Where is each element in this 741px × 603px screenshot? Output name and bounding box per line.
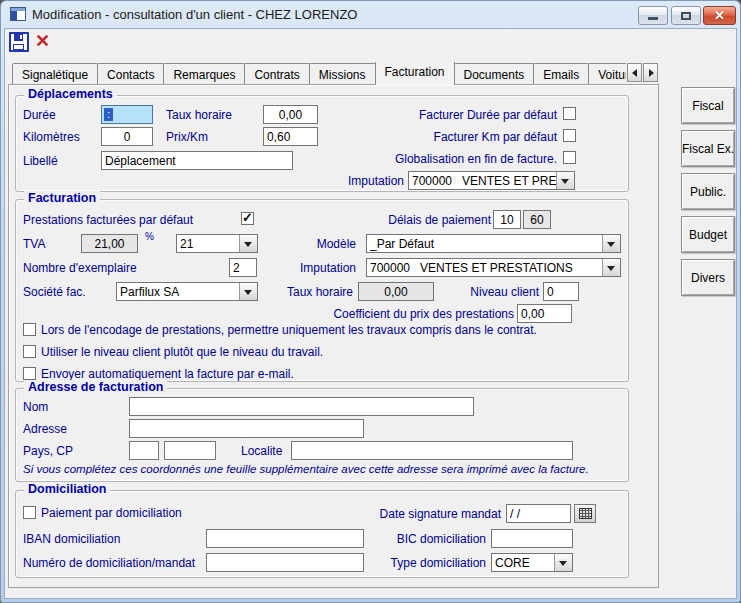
cancel-button[interactable]: ✕ xyxy=(35,30,50,52)
nombre-exemplaire-label: Nombre d'exemplaire xyxy=(23,261,137,275)
prestations-defaut-checkbox[interactable] xyxy=(241,212,254,225)
encodage-contrat-label: Lors de l'encodage de prestations, perme… xyxy=(41,323,537,337)
dropdown-arrow-icon[interactable] xyxy=(602,259,620,276)
taux-horaire-label: Taux horaire xyxy=(166,108,232,122)
localite-label: Localite xyxy=(241,444,282,458)
kilometres-field[interactable] xyxy=(101,127,153,146)
duree-field[interactable]: : xyxy=(101,105,153,124)
societe-label: Société fac. xyxy=(23,285,86,299)
imputation-label: Imputation xyxy=(256,174,404,188)
facturer-duree-checkbox[interactable] xyxy=(563,107,576,120)
facturer-km-checkbox[interactable] xyxy=(563,129,576,142)
tab-contacts[interactable]: Contacts xyxy=(97,63,164,85)
coefficient-field[interactable] xyxy=(517,304,572,323)
bic-label: BIC domiciliation xyxy=(356,532,486,546)
kilometres-label: Kilomètres xyxy=(23,130,80,144)
group-title: Déplacements xyxy=(24,87,117,101)
delais-2-field xyxy=(523,210,551,229)
maximize-button[interactable] xyxy=(671,6,701,25)
paiement-domiciliation-checkbox[interactable] xyxy=(23,506,36,519)
envoi-email-checkbox[interactable] xyxy=(23,367,36,380)
floppy-label xyxy=(13,44,24,50)
group-facturation: Facturation Prestations facturées par dé… xyxy=(15,199,629,382)
pays-field[interactable] xyxy=(129,441,159,460)
arrow-left-icon xyxy=(632,69,637,77)
prix-km-label: Prix/Km xyxy=(166,130,208,144)
modele-value: _Par Défaut xyxy=(370,237,602,251)
numero-mandat-label: Numéro de domiciliation/mandat xyxy=(23,556,195,570)
adresse-label: Adresse xyxy=(23,422,67,436)
facturer-duree-label: Facturer Durée par défaut xyxy=(256,108,557,122)
taux-horaire-field xyxy=(358,282,434,301)
date-mandat-field[interactable] xyxy=(506,504,571,523)
globalisation-checkbox[interactable] xyxy=(563,151,576,164)
paiement-domiciliation-label: Paiement par domiciliation xyxy=(41,506,182,520)
imputation-label: Imputation xyxy=(241,261,356,275)
duree-selection: : xyxy=(104,108,113,121)
public-button[interactable]: Public. xyxy=(681,173,735,210)
niveau-client-option-checkbox[interactable] xyxy=(23,345,36,358)
encodage-contrat-checkbox[interactable] xyxy=(23,323,36,336)
tab-missions[interactable]: Missions xyxy=(309,63,376,85)
tab-contrats[interactable]: Contrats xyxy=(244,63,309,85)
percent-label: % xyxy=(145,231,154,242)
tva-rate-field xyxy=(81,234,138,253)
tab-documents[interactable]: Documents xyxy=(454,63,535,85)
app-icon xyxy=(10,7,26,21)
dropdown-arrow-icon[interactable] xyxy=(602,235,620,252)
group-deplacements: Déplacements Durée : Taux horaire Kilomè… xyxy=(15,95,629,192)
tab-scroll-right-button[interactable] xyxy=(643,63,658,82)
dropdown-arrow-icon[interactable] xyxy=(556,172,574,189)
minimize-icon xyxy=(648,17,658,20)
fiscal-button[interactable]: Fiscal xyxy=(681,87,735,124)
cp-field[interactable] xyxy=(164,441,216,460)
niveau-client-field[interactable] xyxy=(543,282,579,301)
envoi-email-label: Envoyer automatiquement la facture par e… xyxy=(41,367,294,381)
tab-remarques[interactable]: Remarques xyxy=(163,63,245,85)
tab-facturation[interactable]: Facturation xyxy=(375,62,455,85)
save-button[interactable] xyxy=(9,32,29,52)
date-mandat-label: Date signature mandat xyxy=(356,507,501,521)
tab-emails[interactable]: Emails xyxy=(533,63,589,85)
tva-label: TVA xyxy=(23,237,45,251)
adresse-note: Si vous complétez ces coordonnés une feu… xyxy=(23,463,589,475)
divers-button[interactable]: Divers xyxy=(681,259,735,296)
imputation-dropdown[interactable]: 700000 VENTES ET PRESTATIONS xyxy=(366,258,621,277)
type-domiciliation-label: Type domiciliation xyxy=(356,556,486,570)
globalisation-label: Globalisation en fin de facture. xyxy=(256,152,557,166)
tab-scroll-left-button[interactable] xyxy=(627,63,642,82)
adresse-field[interactable] xyxy=(129,419,364,438)
niveau-client-option-label: Utiliser le niveau client plutôt que le … xyxy=(41,345,323,359)
dialog-window: Modification - consultation d'un client … xyxy=(0,0,741,603)
group-adresse-facturation: Adresse de facturation Nom Adresse Pays,… xyxy=(15,388,629,482)
modele-label: Modèle xyxy=(241,237,356,251)
group-title: Domiciliation xyxy=(24,482,110,496)
localite-field[interactable] xyxy=(291,441,573,460)
title-bar[interactable]: Modification - consultation d'un client … xyxy=(0,0,741,28)
dropdown-arrow-icon[interactable] xyxy=(554,554,572,571)
tab-signaletique[interactable]: Signalétique xyxy=(12,63,98,85)
modele-dropdown[interactable]: _Par Défaut xyxy=(366,234,621,253)
facturer-km-label: Facturer Km par défaut xyxy=(256,130,557,144)
numero-mandat-field[interactable] xyxy=(206,553,364,572)
maximize-icon xyxy=(681,12,691,20)
delais-1-field[interactable] xyxy=(493,210,521,229)
type-domiciliation-dropdown[interactable]: CORE xyxy=(491,553,573,572)
budget-button[interactable]: Budget xyxy=(681,216,735,253)
societe-dropdown[interactable]: Parfilux SA xyxy=(116,282,258,301)
calendar-button[interactable] xyxy=(574,504,596,523)
fiscal-ex-button[interactable]: Fiscal Ex. xyxy=(681,130,735,167)
taux-horaire-label: Taux horaire xyxy=(241,285,353,299)
close-button[interactable]: ✕ xyxy=(703,6,736,25)
imputation-dropdown[interactable]: 700000 VENTES ET PRESTA xyxy=(408,171,575,190)
nom-label: Nom xyxy=(23,400,48,414)
imputation-value: 700000 VENTES ET PRESTATIONS xyxy=(370,261,602,275)
bic-field[interactable] xyxy=(491,529,573,548)
close-icon: ✕ xyxy=(704,8,735,23)
pays-cp-label: Pays, CP xyxy=(23,444,73,458)
tab-voiture[interactable]: Voiture xyxy=(588,63,626,85)
arrow-right-icon xyxy=(649,69,654,77)
minimize-button[interactable] xyxy=(638,6,668,25)
nom-field[interactable] xyxy=(129,397,474,416)
iban-field[interactable] xyxy=(206,529,364,548)
